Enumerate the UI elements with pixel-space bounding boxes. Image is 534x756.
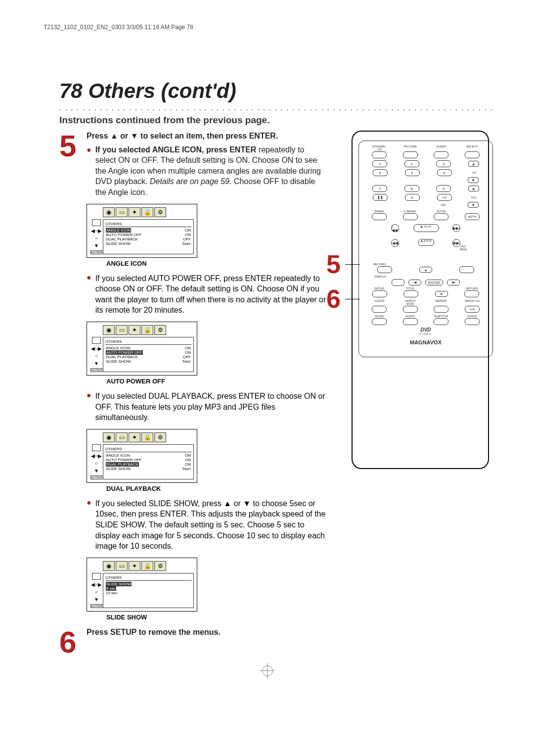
button-speed[interactable] [372, 213, 387, 220]
button-enter[interactable]: ENTER [425, 280, 443, 285]
crop-header: T2132_1102_0102_EN2_0303 3/3/05 11:16 AM… [44, 24, 193, 31]
osd-slide-v: 5sec [182, 467, 191, 471]
lbl-subtitle: SUBTITLE [434, 315, 448, 318]
button-vol-up[interactable]: ▲ [468, 186, 479, 191]
osd-tab-icon: ▭ [116, 561, 128, 571]
button-6[interactable]: 6 [437, 169, 452, 176]
osd-tab-icon: ▭ [116, 325, 128, 335]
lbl-audio: AUDIO [403, 315, 418, 318]
step-6-text: Press SETUP to remove the menus. [87, 627, 221, 638]
button-standby[interactable] [372, 151, 387, 158]
osd-auto-k: AUTO POWER OFF [106, 233, 142, 237]
osd-sidebar: ◀○▶○▼ENTER [90, 573, 103, 608]
button-ch-down[interactable]: ▼ [468, 177, 479, 183]
button-play[interactable]: ▶ PLAY [413, 224, 439, 232]
button-select[interactable] [465, 151, 480, 158]
caption-dual: DUAL PLAYBACK [106, 485, 326, 492]
button-vol-down[interactable]: ▼ [468, 202, 479, 208]
osd-title: OTHERS [105, 222, 191, 227]
button-angle[interactable] [465, 318, 480, 325]
osd-dual-v: OFF [183, 237, 191, 241]
button-5[interactable]: 5 [405, 169, 420, 176]
osd-angle-v: ON [185, 453, 191, 458]
button-pause[interactable]: ❚❚ [373, 194, 388, 201]
lbl-picture: PICTURE [403, 145, 418, 151]
button-title[interactable] [403, 290, 418, 297]
button-zoom[interactable] [434, 213, 448, 220]
button-2[interactable]: 2 [404, 160, 419, 167]
button-3[interactable]: 3 [436, 160, 451, 167]
button-repeat[interactable] [434, 306, 448, 313]
button-setup[interactable] [372, 290, 387, 297]
button-8[interactable]: 8 [404, 185, 419, 192]
button-clear[interactable] [372, 306, 387, 313]
button-1[interactable]: 1 [372, 160, 387, 167]
button-record[interactable] [377, 266, 392, 273]
button-up[interactable]: ▲ [419, 267, 432, 273]
osd-tab-icon: ◉ [103, 207, 115, 217]
bullet-angle: ● If you selected ANGLE ICON, press ENTE… [87, 144, 326, 198]
callout-5: 5 [326, 249, 341, 279]
osd-tab-icon: ◉ [103, 561, 115, 571]
lbl-ch: CH [469, 171, 479, 174]
button-sleep[interactable] [434, 151, 448, 158]
lbl-mute [465, 210, 480, 213]
button-search[interactable] [403, 306, 418, 313]
button-next[interactable]: ▶▶| [452, 224, 460, 232]
button-display[interactable] [392, 279, 404, 286]
caption-auto: AUTO POWER OFF [106, 378, 326, 385]
osd-angle-k: ANGLE ICON [106, 228, 131, 233]
button-right[interactable]: ▶ [447, 280, 460, 285]
osd-tab-icon: ⚙ [154, 561, 166, 571]
osd-auto-v: ON [185, 350, 191, 355]
osd-slide: ◉ ▭ ✦ 🔒 ⚙ ◀○▶○▼ENTER OTHERS SLIDE SHOW 5… [87, 558, 197, 612]
osd-tab-icon: 🔒 [141, 207, 153, 217]
caption-slide: SLIDE SHOW [106, 614, 326, 621]
bullet-dot-icon: ● [87, 273, 91, 316]
lbl-standby: STANDBY-ON [372, 145, 387, 151]
button-down[interactable]: ▼ [435, 291, 448, 297]
button-stop[interactable]: ■ STOP [418, 239, 434, 246]
lbl-sleep: SLEEP [434, 145, 448, 151]
osd-slide-title: SLIDE SHOW [106, 582, 132, 586]
button-mute[interactable]: MUTE [465, 213, 480, 220]
lbl-vol: VOL [469, 196, 479, 199]
button-mode[interactable] [372, 318, 387, 325]
button-7[interactable]: 7 [372, 185, 387, 192]
page-title: 78 Others (cont'd) [59, 79, 494, 103]
button-0[interactable]: 0 [405, 194, 420, 201]
button-creset[interactable] [403, 213, 418, 220]
button-ch-up[interactable]: ▲ [468, 161, 479, 167]
osd-tab-icon: 🔒 [141, 432, 153, 442]
osd-tab-icon: ✦ [129, 325, 140, 335]
button-return[interactable] [464, 290, 479, 297]
left-column: 5 Press ▲ or ▼ to select an item, then p… [59, 131, 346, 658]
osd-sidebar: ◀○▶○▼ENTER [90, 337, 103, 372]
transport-cluster: |◀◀ ▶ PLAY ▶▶| ◀◀ ■ STOP ▶▶ DISC MENU [391, 224, 460, 259]
button-4[interactable]: 4 [373, 169, 388, 176]
bullet-dot-icon: ● [87, 144, 91, 198]
step-5: 5 Press ▲ or ▼ to select an item, then p… [59, 131, 326, 198]
button-left[interactable]: ◀ [408, 280, 421, 285]
button-picture[interactable] [403, 151, 418, 158]
button-disc-menu[interactable] [459, 266, 474, 273]
osd-tab-icon: ▭ [116, 207, 128, 217]
video-label: VIDEO [364, 332, 488, 335]
auto-bold: If you selected AUTO POWER OFF, press EN… [95, 274, 272, 283]
osd-slide-k: SLIDE SHOW [106, 359, 131, 364]
button-audio[interactable] [403, 318, 418, 325]
button-subtitle[interactable] [434, 318, 448, 325]
osd-title: OTHERS [105, 339, 191, 345]
button-rew[interactable]: ◀◀ [391, 239, 399, 247]
button-ab[interactable]: A-B [465, 306, 480, 313]
step-6-number: 6 [59, 627, 87, 658]
osd-dual-v: OFF [183, 355, 191, 359]
button-plus10[interactable]: +10 [437, 194, 452, 201]
title-text: Others (cont'd) [88, 79, 236, 102]
button-9[interactable]: 9 [436, 185, 451, 192]
osd-tab-icon: ▭ [116, 432, 128, 442]
osd-tab-icon: ◉ [103, 325, 115, 335]
osd-tab-icon: 🔒 [141, 325, 153, 335]
osd-auto-k: AUTO POWER OFF [106, 458, 142, 462]
button-prev[interactable]: |◀◀ [391, 224, 399, 232]
